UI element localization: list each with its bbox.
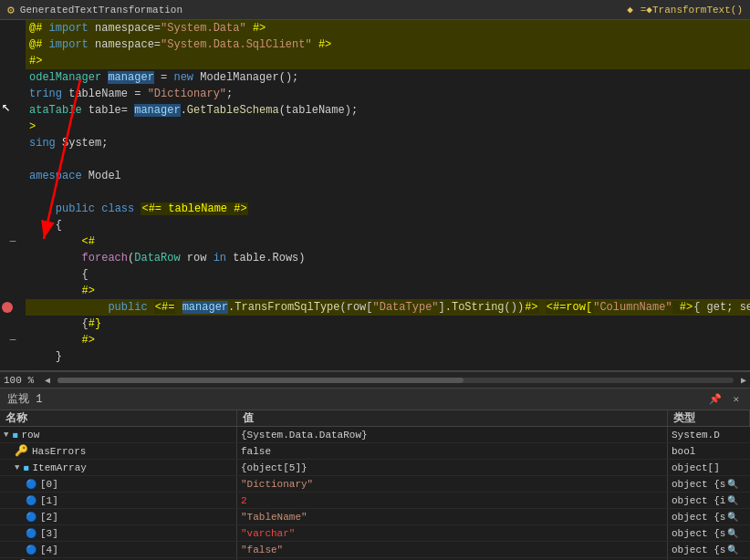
watch-type-haserrors: bool (668, 443, 750, 459)
gutter-line-17 (0, 283, 26, 299)
gutter-line-11 (0, 184, 26, 201)
code-line-5: tring tableName = "Dictionary" ; (26, 86, 750, 102)
icon-0: 🔵 (26, 479, 36, 490)
code-line-6: ataTable table= manager . GetTableSchema… (26, 102, 750, 119)
code-line-11 (26, 184, 750, 201)
gutter-line-12 (0, 201, 26, 217)
watch-header: 监视 1 📌 ✕ (0, 389, 750, 410)
gutter-collapse-20[interactable]: ─ (0, 332, 26, 348)
code-line-14: <# (26, 233, 750, 250)
watch-type-3: object {s 🔍 (668, 525, 750, 541)
gutter-line-15 (0, 250, 26, 266)
gutter-line-10 (0, 168, 26, 184)
watch-row-3: 🔵 [3] "varchar" object {s 🔍 (0, 525, 750, 542)
watch-pin-btn[interactable]: 📌 (705, 393, 725, 405)
watch-name-3: 🔵 [3] (0, 525, 237, 541)
scrollbar-area: 100 % ◀ ▶ (0, 371, 750, 388)
title-bar: ⚙ GeneratedTextTransformation ◆ =◆Transf… (0, 0, 750, 20)
breakpoint-dot (2, 302, 13, 313)
code-line-4: odelManager manager = new ModelManager()… (26, 69, 750, 86)
watch-col-type: 类型 (668, 410, 750, 426)
code-line-13: { (26, 217, 750, 233)
icon-itemarray: ◼ (23, 462, 28, 473)
watch-controls: 📌 ✕ (705, 393, 743, 405)
watch-type-1: object {i 🔍 (668, 493, 750, 508)
file-icon: ⚙ (7, 3, 15, 17)
watch-columns: 名称 值 类型 (0, 410, 750, 427)
gutter-line-13 (0, 217, 26, 233)
code-line-16: { (26, 266, 750, 283)
watch-val-2: "TableName" (237, 509, 668, 524)
scroll-left-btn[interactable]: ◀ (45, 375, 50, 386)
search-icon-2[interactable]: 🔍 (727, 512, 738, 523)
search-icon-0[interactable]: 🔍 (727, 479, 738, 490)
watch-row-4: 🔵 [4] "false" object {s 🔍 (0, 542, 750, 558)
watch-type-itemarray: object[] (668, 460, 750, 475)
icon-row: ◼ (12, 430, 17, 441)
gutter-breakpoint-18[interactable] (0, 299, 26, 316)
gutter-collapse-14[interactable]: ─ (0, 233, 26, 250)
code-line-15: foreach ( DataRow row in table.Rows) (26, 250, 750, 266)
zoom-label: 100 % (4, 375, 34, 386)
watch-val-1: 2 (237, 493, 668, 508)
scrollbar-track[interactable] (57, 378, 734, 383)
search-icon-1[interactable]: 🔍 (727, 495, 738, 506)
code-line-3: #> (26, 53, 750, 69)
gutter-line-21 (0, 348, 26, 365)
watch-col-name: 名称 (0, 410, 237, 426)
code-line-1: @# import namespace= "System.Data" #> (26, 20, 750, 36)
code-line-7: > (26, 119, 750, 135)
watch-val-3: "varchar" (237, 525, 668, 541)
gutter: ─ ─ (0, 20, 26, 370)
watch-row-haserrors: 🔑 HasErrors false bool (0, 443, 750, 460)
code-line-19: { #} (26, 316, 750, 332)
mouse-cursor: ↖ (2, 100, 11, 115)
code-line-17: #> (26, 283, 750, 299)
gutter-line-8 (0, 135, 26, 151)
gutter-line-2 (0, 36, 26, 53)
watch-name-itemarray: ▼ ◼ ItemArray (0, 460, 237, 475)
gutter-line-9 (0, 151, 26, 168)
scroll-right-btn[interactable]: ▶ (741, 375, 746, 386)
watch-col-value: 值 (237, 410, 668, 426)
watch-title: 监视 1 (7, 391, 42, 407)
gutter-line-1 (0, 20, 26, 36)
icon-3: 🔵 (26, 528, 36, 539)
watch-row-itemarray: ▼ ◼ ItemArray {object[5]} object[] (0, 460, 750, 476)
gutter-line-19 (0, 316, 26, 332)
watch-rows: ▼ ◼ row {System.Data.DataRow} System.D 🔑… (0, 427, 750, 560)
watch-name-0: 🔵 [0] (0, 476, 237, 492)
expand-icon-itemarray[interactable]: ▼ (15, 463, 19, 472)
watch-row-2: 🔵 [2] "TableName" object {s 🔍 (0, 509, 750, 525)
watch-row-1: 🔵 [1] 2 object {i 🔍 (0, 493, 750, 509)
file-title: GeneratedTextTransformation (20, 5, 182, 16)
code-line-18: public <#= manager . TransFromSqlType (r… (26, 299, 750, 316)
search-icon-3[interactable]: 🔍 (727, 528, 738, 539)
code-editor: ↖ ─ ─ (0, 20, 750, 371)
watch-close-btn[interactable]: ✕ (729, 393, 743, 405)
expand-icon-row[interactable]: ▼ (4, 430, 8, 440)
watch-type-0: object {s 🔍 (668, 476, 750, 492)
watch-type-row: System.D (668, 427, 750, 442)
watch-name-2: 🔵 [2] (0, 509, 237, 524)
gutter-line-16 (0, 266, 26, 283)
search-icon-4[interactable]: 🔍 (727, 544, 738, 555)
watch-val-itemarray: {object[5]} (237, 460, 668, 475)
icon-4: 🔵 (26, 544, 36, 555)
watch-row-root: ▼ ◼ row {System.Data.DataRow} System.D (0, 427, 750, 443)
code-line-8: sing System; (26, 135, 750, 151)
code-line-10: amespace Model (26, 168, 750, 184)
icon-1: 🔵 (26, 495, 36, 506)
watch-val-haserrors: false (237, 443, 668, 459)
watch-val-4: "false" (237, 542, 668, 557)
watch-type-4: object {s 🔍 (668, 542, 750, 557)
icon-2: 🔵 (26, 512, 36, 523)
watch-val-0: "Dictionary" (237, 476, 668, 492)
icon-haserrors: 🔑 (15, 444, 28, 458)
code-line-21: } (26, 348, 750, 365)
watch-name-row: ▼ ◼ row (0, 427, 237, 442)
method-icon: ◆ (627, 4, 633, 16)
watch-row-0: 🔵 [0] "Dictionary" object {s 🔍 (0, 476, 750, 493)
method-indicator: ◆ =◆TransformText() (627, 4, 743, 16)
code-line-20: #> (26, 332, 750, 348)
